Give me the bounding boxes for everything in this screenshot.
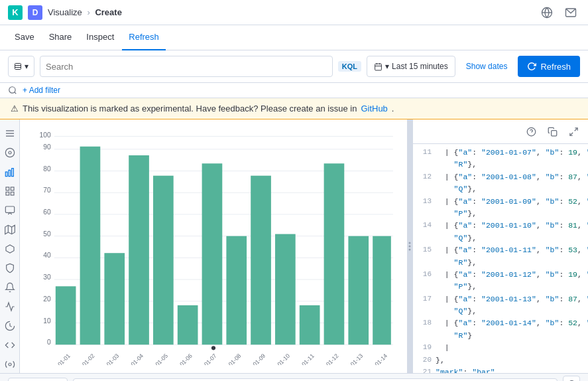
svg-rect-85	[551, 130, 556, 135]
github-link[interactable]: GitHub	[361, 104, 387, 114]
sidebar-icon-uptime[interactable]	[1, 318, 19, 335]
reload-button[interactable]	[563, 376, 580, 382]
page-title: Visualize › Create	[48, 7, 122, 17]
svg-text:40: 40	[43, 252, 51, 259]
svg-rect-18	[9, 170, 11, 176]
sidebar-icon-visualize[interactable]	[1, 163, 19, 180]
right-panel: 11 | {"a": "2001-01-07", "b": 19, "c": "…	[412, 119, 588, 373]
svg-line-87	[569, 132, 572, 135]
svg-text:2001-01-04: 2001-01-04	[119, 352, 145, 365]
svg-rect-55	[153, 176, 174, 345]
svg-text:80: 80	[43, 165, 51, 173]
warning-banner: ⚠ This visualization is marked as experi…	[0, 98, 588, 119]
svg-rect-58	[226, 236, 247, 345]
right-panel-copy-icon[interactable]	[543, 122, 561, 141]
sidebar-icon-canvas[interactable]	[1, 202, 19, 218]
svg-rect-59	[251, 176, 271, 345]
svg-rect-56	[178, 305, 198, 344]
time-selector-arrow: ▾	[385, 62, 389, 71]
tab-refresh[interactable]: Refresh	[122, 25, 166, 50]
sidebar-icon-discover[interactable]	[1, 144, 19, 161]
sidebar-icon-security[interactable]	[1, 260, 19, 277]
svg-rect-20	[6, 187, 9, 190]
svg-line-86	[574, 127, 577, 130]
show-dates-button[interactable]: Show dates	[461, 62, 513, 71]
main-content: 0 10 20 30 40 50 60 70 80 90 100	[0, 119, 588, 373]
tab-inspect[interactable]: Inspect	[80, 25, 121, 50]
workspace-badge: D	[28, 5, 42, 20]
svg-point-15	[5, 148, 14, 157]
chart-area: 0 10 20 30 40 50 60 70 80 90 100	[20, 119, 407, 373]
sidebar-icon-apm[interactable]	[1, 299, 19, 315]
svg-point-79	[211, 346, 215, 350]
svg-text:2001-01-12: 2001-01-12	[314, 352, 340, 365]
code-line: 21"mark": "bar",	[413, 366, 588, 373]
svg-text:2001-01-14: 2001-01-14	[363, 352, 389, 365]
discard-button[interactable]: ✕ ✕ Discard	[8, 378, 68, 382]
right-panel-code[interactable]: 11 | {"a": "2001-01-07", "b": 19, "c": "…	[413, 144, 588, 373]
code-line: 20},	[413, 354, 588, 366]
kql-badge[interactable]: KQL	[338, 61, 361, 72]
tab-share[interactable]: Share	[42, 25, 79, 50]
svg-rect-17	[5, 172, 7, 177]
add-filter-button[interactable]: + Add filter	[23, 86, 60, 95]
svg-rect-51	[56, 286, 76, 344]
sidebar-icon-dashboard[interactable]	[1, 183, 19, 199]
mail-icon[interactable]	[561, 3, 580, 22]
tab-save[interactable]: Save	[8, 25, 41, 50]
drag-handle[interactable]	[407, 119, 412, 373]
svg-text:2001-01-07: 2001-01-07	[192, 352, 218, 365]
svg-text:2001-01-05: 2001-01-05	[144, 352, 170, 365]
svg-rect-54	[129, 155, 149, 344]
svg-rect-3	[15, 64, 21, 70]
code-line: 13 | {"a": "2001-01-09", "b": 52, "c":	[413, 196, 588, 208]
code-line: 11 | {"a": "2001-01-07", "b": 19, "c":	[413, 147, 588, 159]
svg-text:90: 90	[43, 143, 51, 151]
svg-text:70: 70	[43, 187, 51, 194]
svg-rect-21	[11, 187, 14, 190]
sidebar-icon-alerting[interactable]	[1, 279, 19, 296]
svg-rect-60	[275, 234, 296, 345]
kibana-logo: K	[8, 5, 23, 20]
sidebar-icon-menu[interactable]	[1, 125, 19, 141]
sidebar-icon-ml[interactable]	[1, 240, 19, 257]
svg-text:10: 10	[43, 317, 51, 325]
time-selector[interactable]: ▾ Last 15 minutes	[367, 56, 455, 77]
code-line: 16 | {"a": "2001-01-12", "b": 19, "c":	[413, 269, 588, 281]
right-panel-toolbar	[413, 119, 588, 144]
sidebar-icon-dev-tools[interactable]	[1, 337, 19, 354]
sidebar-icon-management[interactable]	[1, 356, 19, 373]
code-line: 19 |	[413, 342, 588, 354]
svg-rect-22	[6, 192, 9, 195]
search-input-wrapper[interactable]	[40, 56, 333, 77]
code-line: "P"},	[413, 208, 588, 220]
svg-text:2001-01-02: 2001-01-02	[70, 352, 96, 365]
code-line: "Q"},	[413, 305, 588, 317]
refresh-button[interactable]: Refresh	[518, 56, 580, 77]
top-bar: K D Visualize › Create	[0, 0, 588, 25]
globe-icon[interactable]	[538, 3, 556, 22]
index-dropdown-arrow: ▾	[25, 62, 29, 71]
svg-rect-61	[300, 305, 320, 344]
svg-text:2001-01-13: 2001-01-13	[339, 352, 365, 365]
code-line: "P"},	[413, 281, 588, 293]
left-sidebar	[0, 119, 20, 373]
right-panel-expand-icon[interactable]	[564, 122, 583, 141]
svg-rect-64	[373, 236, 391, 345]
sidebar-icon-maps[interactable]	[1, 221, 19, 238]
warning-text: This visualization is marked as experime…	[23, 104, 357, 114]
svg-text:2001-01-03: 2001-01-03	[95, 352, 121, 365]
code-line: 17 | {"a": "2001-01-13", "b": 87, "c":	[413, 293, 588, 305]
svg-text:50: 50	[43, 230, 51, 238]
code-line: "Q"},	[413, 183, 588, 195]
right-panel-help-icon[interactable]	[522, 122, 540, 141]
filter-row: + Add filter	[0, 83, 588, 98]
svg-text:100: 100	[40, 131, 51, 139]
index-selector[interactable]: ▾	[8, 56, 34, 77]
code-line: 12 | {"a": "2001-01-08", "b": 87, "c":	[413, 171, 588, 183]
svg-line-11	[15, 92, 17, 94]
search-input[interactable]	[46, 62, 327, 72]
svg-rect-6	[375, 64, 382, 70]
svg-rect-19	[11, 168, 13, 176]
chart-container: 0 10 20 30 40 50 60 70 80 90 100	[30, 127, 396, 365]
